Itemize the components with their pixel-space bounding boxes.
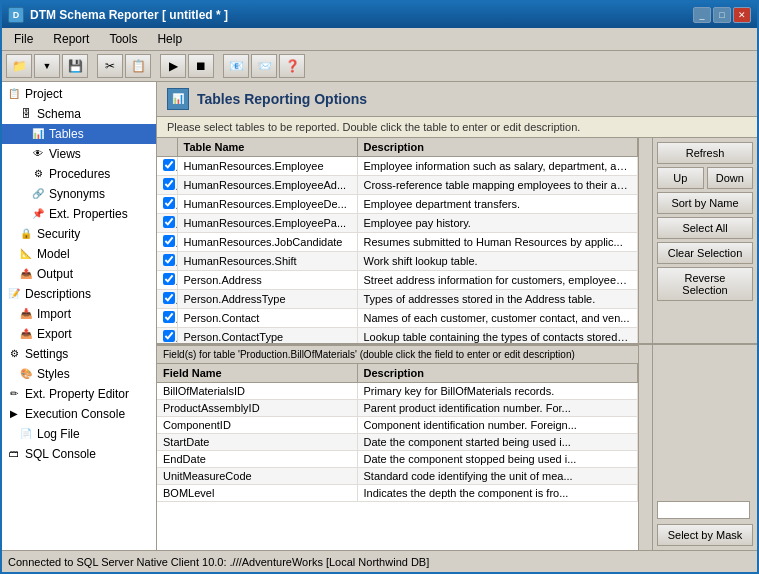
right-panel: 📊 Tables Reporting Options Please select… (157, 82, 757, 550)
sidebar-item-output[interactable]: 📤 Output (2, 264, 156, 284)
table-row[interactable]: Person.Contact Names of each customer, c… (157, 308, 638, 327)
sidebar: 📋 Project 🗄 Schema 📊 Tables 👁 Views ⚙ Pr… (2, 82, 157, 550)
sidebar-item-settings[interactable]: ⚙ Settings (2, 344, 156, 364)
close-button[interactable]: ✕ (733, 7, 751, 23)
log-file-icon: 📄 (18, 426, 34, 442)
row-name: Person.ContactType (177, 327, 357, 343)
fields-row[interactable]: ProductAssemblyID Parent product identif… (157, 400, 638, 417)
app-icon: D (8, 7, 24, 23)
window-title: DTM Schema Reporter [ untitled * ] (30, 8, 228, 22)
toolbar-save[interactable]: 💾 (62, 54, 88, 78)
table-row[interactable]: HumanResources.Employee Employee informa… (157, 156, 638, 175)
menu-report[interactable]: Report (45, 30, 97, 48)
fields-row[interactable]: UnitMeasureCode Standard code identifyin… (157, 468, 638, 485)
execution-console-icon: ▶ (6, 406, 22, 422)
sidebar-item-tables[interactable]: 📊 Tables (2, 124, 156, 144)
select-by-mask-button[interactable]: Select by Mask (657, 524, 753, 546)
row-checkbox[interactable] (157, 232, 177, 251)
sidebar-item-schema[interactable]: 🗄 Schema (2, 104, 156, 124)
minimize-button[interactable]: _ (693, 7, 711, 23)
fields-row[interactable]: StartDate Date the component started bei… (157, 434, 638, 451)
sidebar-item-security[interactable]: 🔒 Security (2, 224, 156, 244)
row-name: HumanResources.EmployeePa... (177, 213, 357, 232)
clear-selection-button[interactable]: Clear Selection (657, 242, 753, 264)
field-name: BillOfMaterialsID (157, 383, 357, 400)
ext-properties-icon: 📌 (30, 206, 46, 222)
field-name: EndDate (157, 451, 357, 468)
row-checkbox[interactable] (157, 194, 177, 213)
row-checkbox[interactable] (157, 156, 177, 175)
row-checkbox[interactable] (157, 213, 177, 232)
table-col-name: Table Name (177, 138, 357, 157)
table-row[interactable]: HumanResources.Shift Work shift lookup t… (157, 251, 638, 270)
select-all-button[interactable]: Select All (657, 217, 753, 239)
row-checkbox[interactable] (157, 270, 177, 289)
sidebar-item-views[interactable]: 👁 Views (2, 144, 156, 164)
fields-row[interactable]: BOMLevel Indicates the depth the compone… (157, 485, 638, 502)
row-desc: Names of each customer, customer contact… (357, 308, 638, 327)
row-checkbox[interactable] (157, 251, 177, 270)
table-row[interactable]: HumanResources.JobCandidate Resumes subm… (157, 232, 638, 251)
sort-by-name-button[interactable]: Sort by Name (657, 192, 753, 214)
toolbar-stop[interactable]: ⏹ (188, 54, 214, 78)
row-checkbox[interactable] (157, 308, 177, 327)
toolbar-copy[interactable]: 📋 (125, 54, 151, 78)
refresh-button[interactable]: Refresh (657, 142, 753, 164)
table-col-checkbox (157, 138, 177, 157)
fields-row[interactable]: ComponentID Component identification num… (157, 417, 638, 434)
sidebar-item-styles[interactable]: 🎨 Styles (2, 364, 156, 384)
sidebar-item-synonyms[interactable]: 🔗 Synonyms (2, 184, 156, 204)
sidebar-item-model[interactable]: 📐 Model (2, 244, 156, 264)
toolbar-email[interactable]: 📧 (223, 54, 249, 78)
toolbar-help[interactable]: ❓ (279, 54, 305, 78)
row-checkbox[interactable] (157, 175, 177, 194)
table-row[interactable]: Person.Address Street address informatio… (157, 270, 638, 289)
sidebar-item-export[interactable]: 📤 Export (2, 324, 156, 344)
sidebar-item-project[interactable]: 📋 Project (2, 84, 156, 104)
table-col-desc: Description (357, 138, 638, 157)
menu-tools[interactable]: Tools (101, 30, 145, 48)
table-row[interactable]: Person.AddressType Types of addresses st… (157, 289, 638, 308)
toolbar-open[interactable]: ▼ (34, 54, 60, 78)
toolbar: 📁 ▼ 💾 ✂ 📋 ▶ ⏹ 📧 📨 ❓ (2, 51, 757, 82)
reverse-selection-button[interactable]: Reverse Selection (657, 267, 753, 301)
sidebar-item-log-file[interactable]: 📄 Log File (2, 424, 156, 444)
sidebar-item-descriptions[interactable]: 📝 Descriptions (2, 284, 156, 304)
sidebar-item-ext-properties[interactable]: 📌 Ext. Properties (2, 204, 156, 224)
toolbar-run[interactable]: ▶ (160, 54, 186, 78)
menu-help[interactable]: Help (149, 30, 190, 48)
table-row[interactable]: Person.ContactType Lookup table containi… (157, 327, 638, 343)
schema-icon: 🗄 (18, 106, 34, 122)
sidebar-item-procedures[interactable]: ⚙ Procedures (2, 164, 156, 184)
tables-scrollbar[interactable] (638, 138, 652, 343)
panel-header-icon: 📊 (167, 88, 189, 110)
row-checkbox[interactable] (157, 289, 177, 308)
row-checkbox[interactable] (157, 327, 177, 343)
table-row[interactable]: HumanResources.EmployeeAd... Cross-refer… (157, 175, 638, 194)
sidebar-item-execution-console[interactable]: ▶ Execution Console (2, 404, 156, 424)
table-row[interactable]: HumanResources.EmployeePa... Employee pa… (157, 213, 638, 232)
field-desc: Date the component stopped being used i.… (357, 451, 638, 468)
toolbar-ftp[interactable]: 📨 (251, 54, 277, 78)
toolbar-cut[interactable]: ✂ (97, 54, 123, 78)
sidebar-item-sql-console[interactable]: 🗃 SQL Console (2, 444, 156, 464)
security-icon: 🔒 (18, 226, 34, 242)
tables-icon: 📊 (30, 126, 46, 142)
down-button[interactable]: Down (707, 167, 754, 189)
up-button[interactable]: Up (657, 167, 704, 189)
row-name: HumanResources.EmployeeAd... (177, 175, 357, 194)
fields-row[interactable]: BillOfMaterialsID Primary key for BillOf… (157, 383, 638, 400)
views-icon: 👁 (30, 146, 46, 162)
maximize-button[interactable]: □ (713, 7, 731, 23)
fields-row[interactable]: EndDate Date the component stopped being… (157, 451, 638, 468)
sidebar-item-import[interactable]: 📥 Import (2, 304, 156, 324)
fields-section-label: Field(s) for table 'Production.BillOfMat… (157, 345, 638, 364)
menu-file[interactable]: File (6, 30, 41, 48)
fields-scrollbar[interactable] (638, 345, 652, 550)
menu-bar: File Report Tools Help (2, 28, 757, 51)
mask-input[interactable] (657, 501, 750, 519)
toolbar-new[interactable]: 📁 (6, 54, 32, 78)
sidebar-item-ext-property-editor[interactable]: ✏ Ext. Property Editor (2, 384, 156, 404)
table-row[interactable]: HumanResources.EmployeeDe... Employee de… (157, 194, 638, 213)
panel-title: Tables Reporting Options (197, 91, 367, 107)
